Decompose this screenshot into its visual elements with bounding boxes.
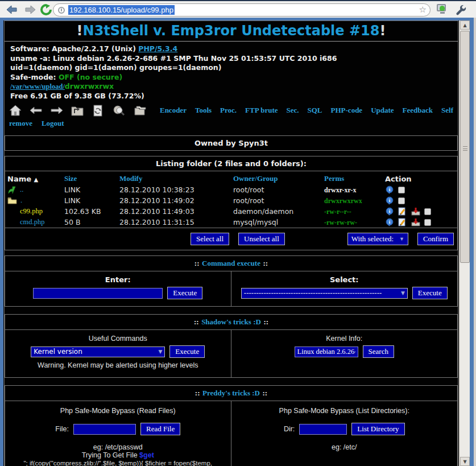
execute-trick-button[interactable]: Execute <box>169 345 205 358</box>
browser-reload-button[interactable] <box>39 3 53 17</box>
command-input[interactable] <box>33 288 163 299</box>
shell-title: !N3tShell v. Emp3ror Undetectable #18! <box>5 21 458 42</box>
browser-menu-wrench-icon[interactable] <box>455 4 466 15</box>
enter-label: Enter: <box>5 275 231 284</box>
window-frame-right <box>470 18 474 466</box>
nav-link-tools[interactable]: Tools <box>195 106 212 115</box>
software-line: Software: Apache/2.2.17 (Unix) PHP/5.3.4 <box>10 44 452 54</box>
command-execute-section: :: Command execute :: Enter: Execute Sel… <box>5 255 458 307</box>
col-modify[interactable]: Modify <box>117 173 231 184</box>
updir-icon[interactable] <box>71 104 84 117</box>
row-checkbox[interactable] <box>398 197 405 204</box>
shell-navbar: Encoder Tools Proc. FTP brute Sec. SQL P… <box>5 102 458 130</box>
extension-icon[interactable] <box>437 4 448 15</box>
file-path-input[interactable] <box>73 424 136 435</box>
nav-link-update[interactable]: Update <box>371 106 394 115</box>
info-action-icon[interactable]: i <box>385 185 394 194</box>
select-all-button[interactable]: Select all <box>191 233 229 245</box>
scroll-down-button[interactable]: ▼ <box>460 457 470 466</box>
kernel-warning: Warning. Kernel may be alerted using hig… <box>5 361 231 369</box>
chevron-down-icon: ▼ <box>399 236 404 242</box>
file-link-parent[interactable]: .. <box>20 185 23 194</box>
dir-path-input[interactable] <box>299 424 347 435</box>
home-icon[interactable] <box>9 104 22 117</box>
perms-value[interactable]: drwxrwxrwx <box>324 197 362 205</box>
scrollbar-thumb[interactable] <box>460 31 470 263</box>
owned-text: Owned by Spyn3t <box>5 136 457 150</box>
nav-link-encoder[interactable]: Encoder <box>160 106 187 115</box>
main-shell-table: !N3tShell v. Emp3ror Undetectable #18! S… <box>4 20 458 466</box>
download-action-icon[interactable] <box>411 218 420 226</box>
perms-value[interactable]: -rw-rw-rw- <box>324 218 357 226</box>
edit-action-icon[interactable] <box>398 207 407 216</box>
vertical-scrollbar[interactable]: ▲ ▼ <box>459 20 470 466</box>
nav-link-ftp-brute[interactable]: FTP brute <box>245 106 278 115</box>
dir-label: Dir: <box>284 425 295 433</box>
download-action-icon[interactable] <box>411 207 420 216</box>
safemode-line: Safe-mode: OFF (no secure) <box>10 73 452 83</box>
row-checkbox[interactable] <box>398 187 405 193</box>
bookmark-star-icon[interactable]: ☆ <box>419 6 427 14</box>
table-row: cmd.php 50 B 28.12.2010 11:31:15 mysql/m… <box>5 217 457 228</box>
parent-dir-icon <box>7 185 16 194</box>
safe-mode-list-title: Php Safe-Mode Bypass (List Directories): <box>231 407 458 415</box>
php-version-link[interactable]: PHP/5.3.4 <box>138 44 177 53</box>
refresh-icon[interactable] <box>92 104 104 117</box>
nav-link-logout[interactable]: Logout <box>42 119 64 128</box>
reload-icon <box>40 4 52 15</box>
browser-forward-button[interactable] <box>23 3 38 17</box>
nav-link-proc[interactable]: Proc. <box>220 106 237 115</box>
forward-dir-icon[interactable] <box>51 104 63 117</box>
server-info-block: Software: Apache/2.2.17 (Unix) PHP/5.3.4… <box>5 42 458 102</box>
window-frame-left <box>0 18 3 466</box>
url-text[interactable]: 192.168.100.15/upload/c99.php <box>68 5 175 15</box>
execute-select-button[interactable]: Execute <box>412 287 448 299</box>
search-icon[interactable] <box>113 104 125 117</box>
col-name[interactable]: Name ▲ <box>5 173 62 184</box>
nav-link-sec[interactable]: Sec. <box>287 106 299 115</box>
buffer-folder-icon[interactable] <box>133 104 146 117</box>
unselect-all-button[interactable]: Unselect all <box>238 233 285 245</box>
file-link-cmd[interactable]: cmd.php <box>20 218 44 226</box>
read-file-button[interactable]: Read File <box>140 423 180 435</box>
nav-link-php-code[interactable]: PHP-code <box>331 106 363 115</box>
edit-action-icon[interactable] <box>398 218 407 226</box>
chevron-down-icon: ▼ <box>158 349 162 354</box>
nav-link-self-remove-part1[interactable]: Self <box>441 106 453 115</box>
useful-commands-select[interactable]: Kernel version▼ <box>31 347 165 357</box>
kernel-search-button[interactable]: Search <box>363 345 394 358</box>
list-directory-button[interactable]: List Directory <box>351 423 404 435</box>
col-size[interactable]: Size <box>62 173 117 184</box>
command-select[interactable]: ----------------------------------------… <box>241 288 408 299</box>
nav-link-sql[interactable]: SQL <box>308 106 322 115</box>
with-selected-dropdown[interactable]: With selected:▼ <box>347 233 408 245</box>
preddy-tricks-section: :: Preddy's tricks :D :: Php Safe-Mode B… <box>5 385 458 466</box>
info-action-icon[interactable]: i <box>385 207 394 216</box>
scroll-up-button[interactable]: ▲ <box>460 20 470 30</box>
file-link-c99[interactable]: c99.php <box>20 207 43 216</box>
cwd-link[interactable]: /var/www/upload/ <box>10 83 65 90</box>
execute-command-button[interactable]: Execute <box>167 287 202 299</box>
browser-back-button[interactable] <box>5 3 19 17</box>
scrollbar-grip <box>463 146 467 151</box>
kernel-info-input[interactable] <box>295 347 358 357</box>
row-checkbox[interactable] <box>424 208 431 215</box>
back-dir-icon[interactable] <box>30 104 42 117</box>
col-perms[interactable]: Perms <box>322 173 383 184</box>
row-checkbox[interactable] <box>424 219 431 226</box>
confirm-button[interactable]: Confirm <box>417 233 454 245</box>
col-owner[interactable]: Owner/Group <box>231 173 322 184</box>
file-link-current[interactable]: . <box>20 196 22 205</box>
nav-link-self-remove-part2[interactable]: remove <box>9 119 32 128</box>
nav-link-feedback[interactable]: Feedback <box>403 106 433 115</box>
info-action-icon[interactable]: i <box>385 196 394 205</box>
back-arrow-icon <box>6 5 18 15</box>
perms-value[interactable]: -rw-r--r-- <box>324 208 351 216</box>
perms-value[interactable]: drwxr-xr-x <box>324 186 356 194</box>
address-bar[interactable]: 192.168.100.15/upload/c99.php ☆ <box>53 3 431 17</box>
window-frame-top <box>0 18 474 20</box>
trying-line: Trying To Get File $get <box>5 451 231 459</box>
command-execute-title: :: Command execute :: <box>5 256 457 271</box>
file-table: Name ▲ Size Modify Owner/Group Perms Act… <box>5 173 457 228</box>
info-action-icon[interactable]: i <box>385 218 394 226</box>
